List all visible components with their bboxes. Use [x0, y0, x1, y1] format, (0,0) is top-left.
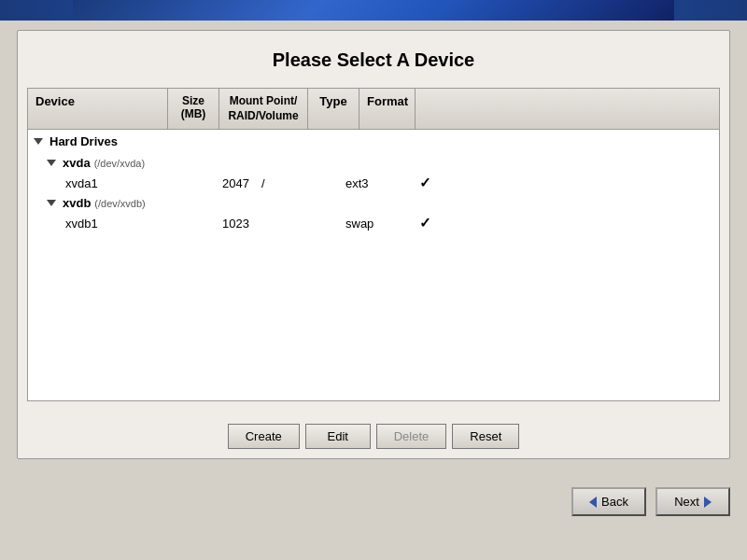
expand-xvdb-icon — [47, 200, 56, 206]
title-area: Please Select A Device — [18, 31, 729, 88]
table-body: Hard Drives xvda (/dev/xvda) xvda1 2047 … — [28, 130, 719, 400]
banner-image — [73, 0, 674, 21]
expand-icon — [34, 138, 43, 145]
edit-button[interactable]: Edit — [305, 424, 371, 449]
cell-format-xvdb1: ✓ — [397, 215, 453, 231]
header-format: Format — [359, 89, 416, 129]
cell-format-xvda1: ✓ — [397, 175, 453, 191]
top-banner — [0, 0, 747, 21]
header-type: Type — [308, 89, 359, 129]
group-hard-drives: Hard Drives — [28, 130, 719, 153]
header-size: Size (MB) — [168, 89, 219, 129]
cell-device-xvdb1: xvdb1 — [65, 217, 205, 231]
cell-type-xvda1: ext3 — [345, 176, 397, 190]
page-title: Please Select A Device — [27, 49, 720, 71]
reset-button[interactable]: Reset — [452, 424, 519, 449]
next-button[interactable]: Next — [655, 487, 730, 516]
navigation-row: Back Next — [0, 469, 747, 525]
create-button[interactable]: Create — [228, 424, 300, 449]
next-arrow-icon — [704, 497, 712, 508]
cell-type-xvdb1: swap — [345, 217, 397, 231]
subgroup-xvda: xvda (/dev/xvda) — [28, 153, 719, 173]
cell-size-xvda1: 2047 — [205, 176, 257, 190]
cell-size-xvdb1: 1023 — [205, 217, 257, 231]
header-device: Device — [28, 89, 168, 129]
next-label: Next — [674, 495, 699, 509]
main-container: Please Select A Device Device Size (MB) … — [17, 30, 730, 459]
subgroup-xvdb: xvdb (/dev/xvdb) — [28, 193, 719, 213]
back-arrow-icon — [589, 497, 597, 508]
table-row[interactable]: xvda1 2047 / ext3 ✓ — [28, 173, 719, 193]
checkmark-xvda1: ✓ — [419, 175, 431, 190]
header-mount: Mount Point/RAID/Volume — [219, 89, 308, 129]
device-table: Device Size (MB) Mount Point/RAID/Volume… — [27, 88, 720, 401]
cell-device-xvda1: xvda1 — [65, 176, 205, 190]
action-buttons: Create Edit Delete Reset — [18, 411, 729, 458]
delete-button[interactable]: Delete — [376, 424, 447, 449]
table-row[interactable]: xvdb1 1023 swap ✓ — [28, 213, 719, 233]
table-header: Device Size (MB) Mount Point/RAID/Volume… — [28, 89, 719, 130]
back-label: Back — [601, 495, 628, 509]
cell-mount-xvda1: / — [257, 176, 345, 190]
expand-xvda-icon — [47, 160, 56, 166]
back-button[interactable]: Back — [571, 487, 646, 516]
checkmark-xvdb1: ✓ — [419, 215, 431, 231]
